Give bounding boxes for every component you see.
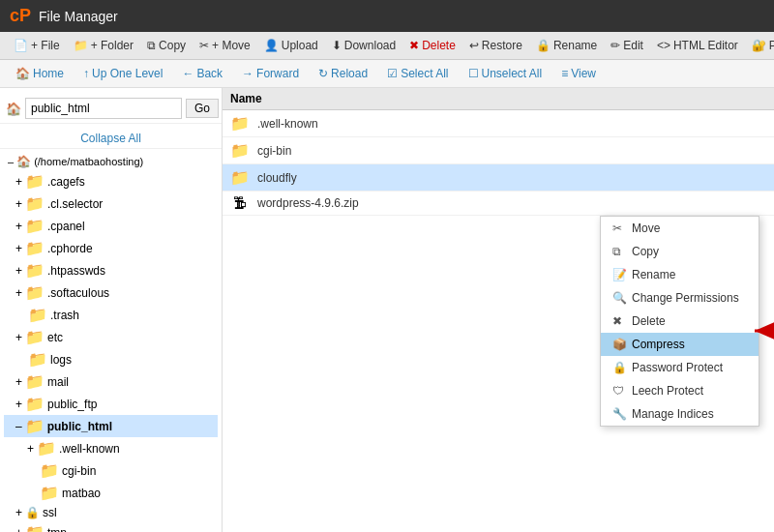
- context-menu: ✂ Move ⧉ Copy 📝 Rename 🔍 Change Permissi…: [600, 216, 759, 427]
- delete-button[interactable]: ✖ Delete: [403, 36, 461, 55]
- permissions-button[interactable]: 🔐 Permissions: [746, 36, 774, 55]
- ctx-leech-protect[interactable]: 🛡 Leech Protect: [601, 379, 759, 402]
- tree-item-cgi-bin[interactable]: 📁 cgi-bin: [4, 459, 218, 482]
- rename-label: Rename: [553, 39, 597, 52]
- upload-icon: 👤: [264, 39, 279, 52]
- app-header: cP File Manager: [0, 0, 774, 32]
- file-row-well-known[interactable]: 📁 .well-known: [223, 110, 774, 137]
- home-button[interactable]: 🏠 Home: [8, 64, 72, 83]
- tree-label-clselector: .cl.selector: [47, 197, 103, 211]
- tree-item-trash[interactable]: 📁 .trash: [4, 304, 218, 326]
- ctx-move-label: Move: [632, 222, 660, 235]
- tree-item-softaculous[interactable]: + 📁 .softaculous: [4, 281, 218, 304]
- folder-icon-phtml: 📁: [25, 417, 45, 435]
- tree-label-trash: .trash: [50, 309, 79, 322]
- restore-button[interactable]: ↩ Restore: [463, 36, 528, 55]
- name-column-header: Name: [230, 92, 262, 105]
- file-row-wordpress-zip[interactable]: 🗜 wordpress-4.9.6.zip: [223, 192, 774, 216]
- ctx-delete-icon: ✖: [612, 314, 626, 328]
- folder-button[interactable]: 📁 + Folder: [68, 36, 139, 55]
- plus-icon-etc: +: [15, 331, 22, 344]
- tree-item-logs[interactable]: 📁 logs: [4, 348, 218, 370]
- back-button[interactable]: ← Back: [174, 64, 230, 83]
- select-all-button[interactable]: ☑ Select All: [379, 64, 456, 83]
- tree-root[interactable]: – 🏠 (/home/matbaohosting): [4, 153, 218, 170]
- view-button[interactable]: ≡ View: [553, 64, 604, 83]
- ctx-leech-label: Leech Protect: [632, 384, 703, 398]
- upload-button[interactable]: 👤 Upload: [258, 36, 324, 55]
- ctx-copy-icon: ⧉: [612, 245, 626, 258]
- left-panel: 🏠 Go Collapse All – 🏠 (/home/matbaohosti…: [0, 88, 223, 532]
- html-editor-button[interactable]: <> HTML Editor: [651, 36, 744, 55]
- move-label: + Move: [212, 39, 251, 52]
- ctx-copy-label: Copy: [632, 245, 659, 258]
- tree-item-htpasswds[interactable]: + 📁 .htpasswds: [4, 259, 218, 281]
- tree-item-public-html[interactable]: – 📁 public_html: [4, 415, 218, 437]
- copy-button[interactable]: ⧉ Copy: [141, 36, 192, 55]
- ctx-rename-icon: 📝: [612, 268, 626, 281]
- file-row-cloudfly[interactable]: 📁 cloudfly: [223, 164, 774, 192]
- ctx-copy[interactable]: ⧉ Copy: [601, 240, 759, 263]
- tree-label-htpasswds: .htpasswds: [47, 264, 105, 278]
- ctx-compress[interactable]: 📦 Compress: [601, 333, 759, 356]
- path-input[interactable]: [25, 98, 182, 119]
- cpanel-logo: cP: [10, 6, 31, 26]
- ctx-move[interactable]: ✂ Move: [601, 217, 759, 240]
- up-one-level-button[interactable]: ↑ Up One Level: [75, 64, 170, 83]
- ctx-password-icon: 🔒: [612, 361, 626, 374]
- folder-icon-well-known-file: 📁: [230, 114, 250, 133]
- reload-button[interactable]: ↻ Reload: [311, 64, 375, 83]
- download-label: Download: [344, 39, 396, 52]
- forward-button[interactable]: → Forward: [234, 64, 307, 83]
- plus-icon-5: +: [15, 264, 22, 278]
- folder-icon-cgi-bin-file: 📁: [230, 141, 250, 160]
- go-button[interactable]: Go: [186, 99, 219, 118]
- view-label: View: [571, 67, 596, 80]
- file-row-cgi-bin[interactable]: 📁 cgi-bin: [223, 137, 774, 164]
- file-label: + File: [31, 39, 60, 52]
- file-button[interactable]: 📄 + File: [8, 36, 66, 55]
- tree-item-ssl[interactable]: + 🔒 ssl: [4, 504, 218, 521]
- tree-item-well-known[interactable]: + 📁 .well-known: [4, 437, 218, 459]
- ctx-password-protect[interactable]: 🔒 Password Protect: [601, 356, 759, 379]
- download-button[interactable]: ⬇ Download: [326, 36, 402, 55]
- folder-icon-htpasswds: 📁: [25, 261, 45, 280]
- ctx-rename[interactable]: 📝 Rename: [601, 263, 759, 286]
- edit-label: Edit: [623, 39, 643, 52]
- ctx-manage-indices[interactable]: 🔧 Manage Indices: [601, 402, 759, 426]
- unselect-all-button[interactable]: ☐ Unselect All: [461, 64, 551, 83]
- tree-item-mail[interactable]: + 📁 mail: [4, 370, 218, 393]
- tree-label-cgi: cgi-bin: [62, 464, 96, 478]
- tree-item-etc[interactable]: + 📁 etc: [4, 326, 218, 348]
- rename-button[interactable]: 🔒 Rename: [530, 36, 603, 55]
- edit-button[interactable]: ✏ Edit: [605, 36, 649, 55]
- tree-item-matbao[interactable]: 📁 matbao: [4, 482, 218, 504]
- edit-icon: ✏: [610, 39, 620, 52]
- tree-label-mb: matbao: [62, 487, 101, 500]
- folder-icon-ssl: 🔒: [25, 506, 40, 519]
- zip-icon-wordpress: 🗜: [230, 195, 250, 211]
- plus-icon-6: +: [15, 286, 22, 300]
- ctx-delete[interactable]: ✖ Delete: [601, 310, 759, 333]
- collapse-all-button[interactable]: Collapse All: [80, 132, 141, 145]
- folder-label: + Folder: [91, 39, 134, 52]
- tree-item-cpanel[interactable]: + 📁 .cpanel: [4, 215, 218, 237]
- file-name-well-known: .well-known: [257, 117, 318, 131]
- folder-icon-cphorde: 📁: [25, 239, 45, 257]
- tree-item-tmp[interactable]: + 📁 tmp: [4, 521, 218, 532]
- tree-label-ssl: ssl: [43, 506, 57, 519]
- forward-label: Forward: [256, 67, 299, 80]
- tree-item-cphorde[interactable]: + 📁 .cphorde: [4, 237, 218, 259]
- home-path-icon: 🏠: [6, 102, 21, 116]
- plus-icon-2: +: [15, 197, 22, 211]
- home-icon: 🏠: [15, 67, 30, 80]
- red-arrow-svg: [745, 320, 774, 341]
- folder-icon-mb: 📁: [40, 484, 59, 502]
- tree-label-wk: .well-known: [59, 442, 120, 456]
- tree-item-public-ftp[interactable]: + 📁 public_ftp: [4, 393, 218, 415]
- tree-item-cagefs[interactable]: + 📁 .cagefs: [4, 170, 218, 192]
- tree-item-clselector[interactable]: + 📁 .cl.selector: [4, 192, 218, 215]
- move-button[interactable]: ✂ + Move: [194, 36, 256, 55]
- ctx-change-permissions[interactable]: 🔍 Change Permissions: [601, 286, 759, 310]
- ctx-rename-label: Rename: [632, 268, 675, 281]
